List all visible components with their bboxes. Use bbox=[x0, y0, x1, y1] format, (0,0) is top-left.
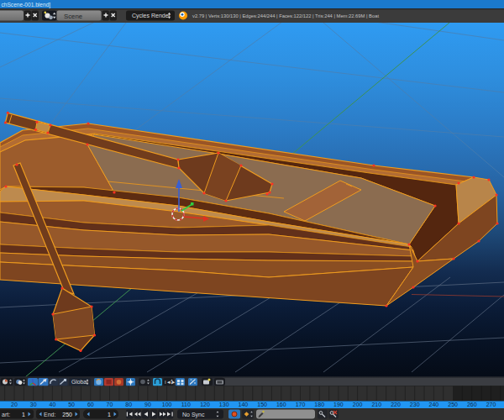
svg-text:180: 180 bbox=[314, 402, 324, 407]
svg-text:240: 240 bbox=[429, 402, 439, 407]
svg-text:100: 100 bbox=[162, 402, 172, 407]
svg-text:90: 90 bbox=[144, 402, 151, 407]
svg-text:190: 190 bbox=[333, 402, 344, 407]
svg-text:30: 30 bbox=[30, 402, 37, 407]
svg-text:170: 170 bbox=[296, 402, 306, 407]
svg-text:150: 150 bbox=[257, 402, 267, 407]
svg-text:200: 200 bbox=[353, 402, 363, 407]
svg-text:art:: art: bbox=[2, 412, 10, 417]
svg-text:20: 20 bbox=[11, 402, 18, 407]
svg-text:v2.79 | Verts:130/130 | Edges:: v2.79 | Verts:130/130 | Edges:244/244 | … bbox=[192, 13, 379, 18]
svg-text:210: 210 bbox=[371, 402, 381, 407]
svg-text:220: 220 bbox=[391, 402, 401, 407]
svg-text:End:: End: bbox=[44, 412, 55, 417]
svg-text:160: 160 bbox=[276, 402, 286, 407]
svg-text:50: 50 bbox=[68, 402, 75, 407]
svg-text:260: 260 bbox=[467, 402, 477, 407]
svg-text:No Sync: No Sync bbox=[182, 412, 205, 418]
svg-text:Cycles Render: Cycles Render bbox=[132, 13, 171, 19]
svg-text:40: 40 bbox=[50, 402, 56, 407]
svg-text:230: 230 bbox=[410, 402, 420, 407]
svg-text:80: 80 bbox=[125, 402, 132, 407]
svg-text:60: 60 bbox=[87, 402, 94, 407]
svg-text:140: 140 bbox=[239, 402, 249, 407]
svg-text:chScene-001.blend]: chScene-001.blend] bbox=[2, 2, 51, 8]
svg-text:120: 120 bbox=[200, 402, 210, 407]
svg-text:1: 1 bbox=[22, 412, 25, 417]
svg-text:130: 130 bbox=[219, 402, 229, 407]
svg-text:250: 250 bbox=[448, 402, 458, 407]
svg-text:Scene: Scene bbox=[64, 13, 82, 20]
svg-text:1: 1 bbox=[108, 412, 111, 417]
svg-text:70: 70 bbox=[107, 402, 113, 407]
svg-text:110: 110 bbox=[181, 402, 191, 407]
svg-text:250: 250 bbox=[62, 412, 72, 417]
svg-text:270: 270 bbox=[486, 402, 496, 407]
svg-text:Global: Global bbox=[71, 379, 88, 385]
